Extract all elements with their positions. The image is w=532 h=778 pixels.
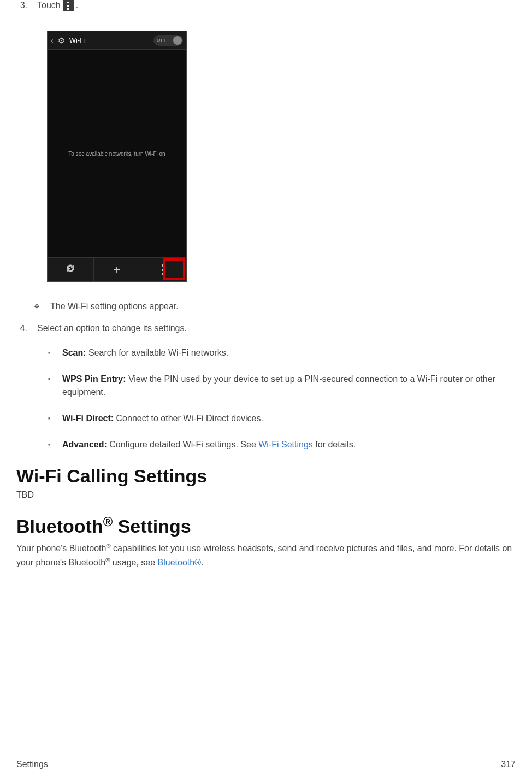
phone-topbar: ‹ ⚙ Wi-Fi OFF [48, 31, 186, 50]
diamond-bullet-icon: ❖ [34, 303, 40, 310]
bottom-refresh [48, 258, 93, 281]
wifi-toggle: OFF [153, 35, 183, 46]
wifi-settings-link[interactable]: Wi-Fi Settings [258, 440, 313, 449]
bt-p4: . [201, 558, 203, 568]
step-3: 3. Touch . [16, 0, 516, 11]
heading-bluetooth-suffix: Settings [113, 516, 191, 537]
registered-mark: ® [103, 514, 113, 529]
option-wps-label: WPS Pin Entry: [62, 374, 126, 384]
option-wps-text: WPS Pin Entry: View the PIN used by your… [62, 373, 516, 399]
step-4: 4. Select an option to change its settin… [16, 323, 516, 451]
heading-bluetooth-prefix: Bluetooth [16, 516, 103, 537]
step-3-number: 3. [16, 1, 27, 10]
square-bullet-icon: ■ [48, 412, 52, 425]
result-line: ❖ The Wi-Fi setting options appear. [34, 302, 516, 311]
bt-p1: Your phone's Bluetooth [16, 544, 106, 553]
step-3-prefix: Touch [37, 1, 61, 10]
option-wifi-direct: ■ Wi-Fi Direct: Connect to other Wi-Fi D… [48, 412, 516, 425]
refresh-icon [66, 263, 75, 276]
option-advanced-label: Advanced: [62, 440, 107, 449]
option-advanced: ■ Advanced: Configure detailed Wi-Fi set… [48, 438, 516, 451]
option-direct-desc: Connect to other Wi-Fi Direct devices. [114, 414, 263, 423]
option-direct-text: Wi-Fi Direct: Connect to other Wi-Fi Dir… [62, 412, 516, 425]
step-3-suffix: . [76, 1, 78, 10]
bluetooth-paragraph: Your phone's Bluetooth® capabilities let… [16, 541, 516, 570]
square-bullet-icon: ■ [48, 373, 52, 399]
bt-p3: usage, see [110, 558, 157, 568]
option-advanced-desc-after: for details. [313, 440, 356, 449]
option-wps-desc: View the PIN used by your device to set … [62, 374, 495, 397]
step-3-line: 3. Touch . [16, 0, 516, 11]
red-highlight-box [163, 258, 185, 280]
registered-mark: ® [106, 543, 110, 549]
option-scan-text: Scan: Search for available Wi-Fi network… [62, 346, 516, 359]
phone-body-text: To see available networks, turn Wi-Fi on [68, 151, 165, 157]
heading-wifi-calling: Wi-Fi Calling Settings [16, 465, 516, 487]
footer-section: Settings [16, 759, 48, 769]
phone-bottombar: + [48, 257, 186, 281]
option-direct-label: Wi-Fi Direct: [62, 414, 114, 423]
step-4-text: Select an option to change its settings. [37, 323, 187, 333]
option-advanced-text: Advanced: Configure detailed Wi-Fi setti… [62, 438, 516, 451]
option-wps: ■ WPS Pin Entry: View the PIN used by yo… [48, 373, 516, 399]
square-bullet-icon: ■ [48, 346, 52, 359]
heading-bluetooth: Bluetooth® Settings [16, 514, 516, 537]
phone-body: To see available networks, turn Wi-Fi on [48, 50, 186, 257]
step-4-line: 4. Select an option to change its settin… [16, 323, 516, 333]
option-advanced-desc-before: Configure detailed Wi-Fi settings. See [107, 440, 258, 449]
overflow-menu-icon [63, 0, 74, 11]
page-footer: Settings 317 [16, 759, 516, 769]
phone-screenshot: ‹ ⚙ Wi-Fi OFF To see available networks,… [47, 31, 187, 282]
square-bullet-icon: ■ [48, 438, 52, 451]
back-icon: ‹ [51, 36, 54, 45]
tbd-text: TBD [16, 490, 516, 500]
bottom-menu [140, 258, 186, 281]
bluetooth-link[interactable]: Bluetooth® [158, 558, 201, 568]
plus-icon: + [114, 263, 121, 277]
footer-page-number: 317 [501, 759, 516, 769]
options-list: ■ Scan: Search for available Wi-Fi netwo… [48, 346, 516, 451]
option-scan: ■ Scan: Search for available Wi-Fi netwo… [48, 346, 516, 359]
option-scan-label: Scan: [62, 348, 86, 357]
phone-title: Wi-Fi [69, 36, 86, 44]
step-3-text: Touch . [37, 0, 78, 11]
option-scan-desc: Search for available Wi-Fi networks. [86, 348, 229, 357]
gear-icon: ⚙ [58, 36, 65, 45]
result-text: The Wi-Fi setting options appear. [50, 302, 179, 311]
bottom-add: + [93, 258, 140, 281]
step-4-number: 4. [16, 323, 27, 333]
